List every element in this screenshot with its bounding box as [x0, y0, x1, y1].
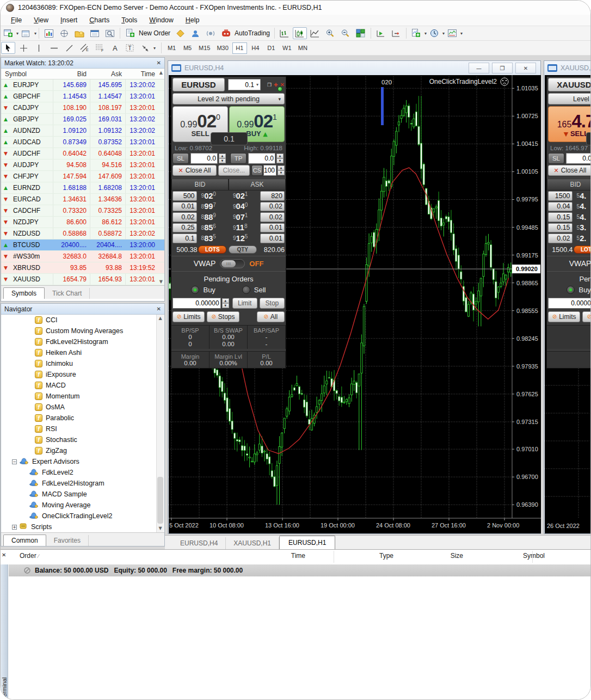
fibonacci-tool[interactable]: F	[93, 42, 107, 54]
market-watch-button[interactable]	[42, 27, 56, 39]
vertical-line-tool[interactable]	[32, 42, 46, 54]
market-watch-row-NZDJPY[interactable]: ▼NZDJPY86.60086.61213:20:01	[1, 217, 164, 228]
templates-button[interactable]	[445, 27, 459, 39]
text-label-tool[interactable]: T	[123, 42, 137, 54]
tp-button[interactable]: TP	[230, 153, 247, 164]
timeframe-m5[interactable]: M5	[180, 42, 195, 54]
close-button[interactable]: ✕	[515, 63, 536, 73]
autotrading-icon[interactable]	[219, 27, 233, 39]
close-icon[interactable]: ✕	[157, 306, 161, 312]
text-tool[interactable]: A	[108, 42, 122, 54]
ask-price[interactable]: 9118	[229, 223, 260, 234]
new-order-icon[interactable]	[123, 27, 137, 39]
bar-chart-button[interactable]	[278, 27, 292, 39]
ask-volume[interactable]: 820	[260, 191, 285, 201]
bid-price[interactable]: 8856	[197, 223, 229, 234]
market-watch-row-CADCHF[interactable]: ▼CADCHF0.733200.7332513:20:01	[1, 205, 164, 217]
timeframe-w1[interactable]: W1	[280, 42, 294, 54]
col-symbol[interactable]: Symbol	[1, 69, 53, 79]
navigator-item-fdklevel2histogram[interactable]: fFdkLevel2Histogram	[1, 336, 164, 347]
chart-window-titlebar[interactable]: EURUSD,H4 — ❐ ✕	[168, 61, 540, 75]
terminal-button[interactable]	[88, 27, 102, 39]
menu-item-tools[interactable]: Tools	[115, 15, 143, 25]
pending-price-spinner[interactable]: ▲▼	[222, 298, 229, 308]
lots-button[interactable]: LOTS	[198, 245, 226, 254]
col-size[interactable]: Size	[409, 552, 463, 563]
bid-price[interactable]: 8835	[197, 233, 229, 244]
navigator-item-fdklevel2[interactable]: FdkLevel2	[1, 467, 164, 478]
navigator-item-scripts[interactable]: +Scripts	[1, 521, 164, 532]
restore-button[interactable]: ❐	[492, 63, 513, 73]
navigator-item-custom-moving-averages[interactable]: fCustom Moving Averages	[1, 326, 164, 336]
navigator-item-rsi[interactable]: fRSI	[1, 423, 164, 434]
lot-size-tab[interactable]: 0.1	[211, 132, 248, 145]
close-all-button[interactable]: ✕Close All	[173, 165, 217, 176]
community-button[interactable]	[188, 27, 202, 39]
crosshair-tool[interactable]	[16, 42, 30, 54]
indicators-button[interactable]	[409, 27, 423, 39]
navigator-item-oneclicktradinglevel2[interactable]: OneClickTradingLevel2	[1, 511, 164, 521]
market-watch-row-XBRUSD[interactable]: ▼XBRUSD93.8593.8813:19:52	[1, 262, 164, 274]
navigator-item-momentum[interactable]: fMomentum	[1, 391, 164, 402]
mode-dropdown[interactable]: Level 2 with pending▾	[548, 93, 591, 105]
col-type[interactable]: Type	[339, 552, 393, 563]
menu-item-view[interactable]: View	[28, 15, 54, 25]
close-icon[interactable]: ✕	[157, 60, 161, 66]
navigator-item-heiken-ashi[interactable]: fHeiken Ashi	[1, 347, 164, 358]
lot-size-tab[interactable]: 0.1	[586, 132, 591, 145]
bid-volume[interactable]: 0.04	[548, 202, 572, 212]
candlestick-chart-button[interactable]	[293, 27, 307, 39]
col-bid[interactable]: Bid	[53, 69, 90, 79]
sl-button[interactable]: SL	[548, 153, 564, 164]
col-symbol[interactable]: Symbol	[490, 552, 545, 563]
collapse-icon[interactable]: −	[12, 459, 17, 464]
menu-item-charts[interactable]: Charts	[83, 15, 115, 25]
cursor-tool[interactable]	[1, 42, 15, 54]
zoom-out-button[interactable]	[338, 27, 353, 39]
new-chart-caret[interactable]: ▾	[16, 31, 19, 36]
timeframe-h1[interactable]: H1	[232, 42, 247, 54]
cs-input[interactable]: 100	[263, 165, 276, 176]
ask-volume[interactable]: 0.02	[260, 202, 285, 212]
tab-common[interactable]: Common	[3, 535, 46, 546]
navigator-item-cci[interactable]: fCCI	[1, 315, 164, 326]
navigator-item-zigzag[interactable]: fZigZag	[1, 445, 164, 456]
market-watch-row-GBPJPY[interactable]: ▲GBPJPY169.025169.03113:20:02	[1, 114, 164, 125]
navigator-button[interactable]	[72, 27, 87, 39]
close-button[interactable]: Close...	[218, 165, 250, 176]
bid-price[interactable]: 54.	[572, 191, 591, 201]
market-watch-row-GBPCHF[interactable]: ▲GBPCHF1.145431.1454713:20:01	[1, 91, 164, 102]
navigator-item-expert-advisors[interactable]: −Expert Advisors	[1, 456, 164, 467]
market-watch-row-XAUUSD[interactable]: ▼XAUUSD1654.791654.9313:20:01	[1, 274, 164, 285]
bid-price[interactable]: 54.	[572, 201, 591, 212]
profiles-caret[interactable]: ▾	[34, 31, 36, 36]
trendline-tool[interactable]	[62, 42, 76, 54]
chart-tab-eurusd-h4[interactable]: EURUSD,H4	[173, 537, 226, 549]
col-time[interactable]: Time	[125, 69, 157, 79]
tab-tick-chart[interactable]: Tick Chart	[45, 288, 90, 299]
ask-price[interactable]: 9125	[229, 233, 260, 244]
bid-volume[interactable]: 0.1	[173, 234, 197, 243]
new-order-label[interactable]: New Order	[139, 29, 170, 37]
cs-spinner[interactable]: ▲▼	[278, 165, 285, 175]
auto-scroll-button[interactable]	[374, 27, 388, 39]
periods-button[interactable]	[427, 27, 441, 39]
ask-volume[interactable]: 0.01	[260, 234, 285, 243]
metaeditor-button[interactable]	[173, 27, 187, 39]
balance-row[interactable]: Balance: 50 000.00 USD Equity: 50 000.00…	[9, 564, 591, 576]
horizontal-line-tool[interactable]	[47, 42, 61, 54]
bid-volume[interactable]: 0.02	[548, 234, 572, 243]
navigator-item-iexposure[interactable]: fiExposure	[1, 369, 164, 380]
pending-price-input[interactable]: 0.00000	[548, 298, 591, 309]
market-watch-row-WS30m[interactable]: ▼#WS30m32683.032684.813:20:01	[1, 251, 164, 262]
cancel-limits-button[interactable]: ⊘Limits	[173, 311, 205, 322]
cancel-stops-button[interactable]: ⊘Stops	[207, 311, 239, 322]
col-order[interactable]: Order ∕	[20, 552, 39, 563]
navigator-item-macd-sample[interactable]: MACD Sample	[1, 489, 164, 500]
market-watch-row-AUDJPY[interactable]: ▼AUDJPY94.50894.51613:20:01	[1, 159, 164, 171]
market-watch-row-AUDCAD[interactable]: ▲AUDCAD0.873490.8735213:20:01	[1, 137, 164, 148]
market-watch-row-EURNZD[interactable]: ▲EURNZD1.681881.6820813:20:01	[1, 182, 164, 194]
sl-spinner[interactable]: ▲▼	[219, 153, 226, 163]
bid-price[interactable]: 52.	[572, 233, 591, 244]
navigator-item-osma[interactable]: fOsMA	[1, 402, 164, 413]
